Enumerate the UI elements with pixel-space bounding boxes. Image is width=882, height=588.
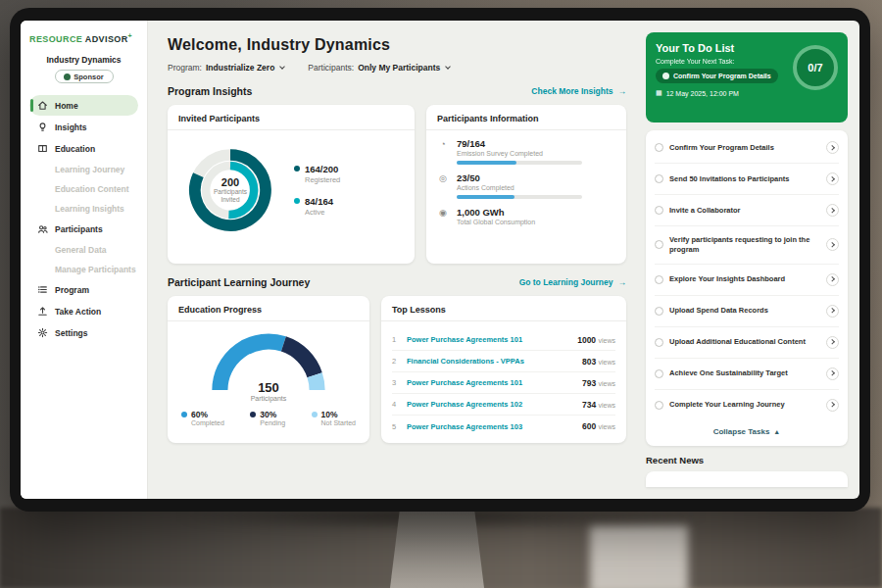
chevron-right-icon[interactable] bbox=[826, 141, 839, 154]
task-checkbox[interactable] bbox=[655, 307, 663, 316]
task-row[interactable]: Upload Additional Educational Content bbox=[655, 327, 839, 359]
sponsor-badge[interactable]: Sponsor bbox=[55, 70, 114, 83]
arrow-right-icon: → bbox=[618, 277, 627, 287]
section-title: Program Insights bbox=[168, 85, 252, 97]
lesson-row[interactable]: 3 Power Purchase Agreements 101 793 view… bbox=[392, 372, 615, 394]
task-checkbox[interactable] bbox=[655, 240, 663, 249]
sidebar-nav: Home Insights Education Learning Journey… bbox=[29, 95, 138, 343]
todo-panel: Your To Do List Complete Your Next Task:… bbox=[640, 21, 859, 499]
sidebar-item-participants[interactable]: Participants bbox=[29, 219, 138, 239]
survey-icon: ◔ bbox=[437, 139, 449, 149]
program-dropdown[interactable]: Program: Industrialize Zero bbox=[168, 63, 284, 73]
education-progress-gauge-chart: 150 Participants bbox=[208, 329, 329, 400]
chevron-right-icon[interactable] bbox=[826, 336, 839, 349]
lightbulb-icon bbox=[37, 122, 48, 132]
divider bbox=[381, 320, 626, 321]
legend-item-completed: 60% Completed bbox=[181, 410, 224, 426]
legend-dot bbox=[294, 198, 300, 204]
task-row[interactable]: Send 50 Invitations to Participants bbox=[655, 164, 839, 195]
task-row[interactable]: Upload Spend Data Records bbox=[655, 296, 839, 327]
org-name: Industry Dynamics bbox=[29, 55, 138, 65]
sidebar-item-learning-insights[interactable]: Learning Insights bbox=[29, 199, 138, 218]
chevron-right-icon[interactable] bbox=[826, 305, 839, 318]
sidebar-item-education[interactable]: Education bbox=[29, 138, 138, 159]
app-logo: RESOURCE ADVISOR+ bbox=[29, 32, 138, 44]
location-pin-icon: ◉ bbox=[437, 208, 449, 218]
sidebar-item-learning-journey[interactable]: Learning Journey bbox=[29, 160, 138, 178]
task-checkbox[interactable] bbox=[655, 275, 663, 284]
sidebar-item-insights[interactable]: Insights bbox=[29, 117, 138, 137]
task-checkbox[interactable] bbox=[655, 206, 663, 215]
sidebar-item-general-data[interactable]: General Data bbox=[29, 240, 138, 259]
progress-bar bbox=[457, 195, 582, 199]
sidebar-item-settings[interactable]: Settings bbox=[29, 322, 138, 343]
learning-cards-row: Education Progress 150 Participants bbox=[168, 296, 626, 443]
task-row[interactable]: Complete Your Learning Journey bbox=[655, 390, 839, 420]
chevron-right-icon[interactable] bbox=[826, 399, 839, 412]
stat-actions-completed: ◎ 23/50 Actions Completed bbox=[437, 172, 615, 199]
donut-center-label: Participants Invited bbox=[207, 188, 254, 204]
task-checkbox[interactable] bbox=[655, 174, 663, 183]
action-arrow-icon bbox=[37, 306, 48, 317]
home-icon bbox=[37, 100, 48, 111]
sidebar-item-home[interactable]: Home bbox=[29, 95, 138, 116]
todo-summary-card: Your To Do List Complete Your Next Task:… bbox=[646, 32, 848, 122]
chevron-right-icon[interactable] bbox=[826, 238, 839, 251]
task-row[interactable]: Achieve One Sustainability Target bbox=[655, 359, 839, 390]
task-checkbox[interactable] bbox=[655, 401, 663, 410]
participants-information-card: Participants Information ◔ 79/164 Emissi… bbox=[426, 105, 626, 264]
filters-row: Program: Industrialize Zero Participants… bbox=[168, 63, 626, 73]
chevron-right-icon[interactable] bbox=[826, 368, 839, 380]
lesson-row[interactable]: 2 Financial Considerations - VPPAs 803 v… bbox=[392, 351, 615, 372]
collapse-tasks-button[interactable]: Collapse Tasks ▲ bbox=[655, 420, 839, 444]
chevron-up-icon: ▲ bbox=[773, 428, 780, 435]
todo-tasks-card: Confirm Your Program Details Send 50 Inv… bbox=[646, 130, 848, 446]
task-status-icon bbox=[662, 73, 669, 79]
sponsor-icon bbox=[64, 74, 71, 80]
task-checkbox[interactable] bbox=[655, 143, 663, 152]
legend-item-pending: 30% Pending bbox=[250, 410, 285, 426]
legend-dot bbox=[294, 166, 300, 172]
chevron-right-icon[interactable] bbox=[826, 172, 839, 185]
lesson-row[interactable]: 1 Power Purchase Agreements 101 1000 vie… bbox=[392, 329, 615, 351]
lesson-row[interactable]: 5 Power Purchase Agreements 103 600 view… bbox=[392, 416, 615, 437]
task-checkbox[interactable] bbox=[655, 369, 663, 378]
progress-bar bbox=[457, 161, 582, 165]
task-row[interactable]: Confirm Your Program Details bbox=[655, 132, 839, 164]
sidebar-item-manage-participants[interactable]: Manage Participants bbox=[29, 260, 138, 278]
scene: RESOURCE ADVISOR+ Industry Dynamics Spon… bbox=[0, 0, 882, 588]
invited-participants-donut-chart: 200 Participants Invited bbox=[178, 138, 282, 242]
monitor-bezel: RESOURCE ADVISOR+ Industry Dynamics Spon… bbox=[10, 8, 870, 512]
sidebar-item-program[interactable]: Program bbox=[29, 279, 138, 300]
legend-dot bbox=[250, 412, 256, 417]
divider bbox=[426, 129, 626, 130]
legend-item-registered: 164/200 Registered bbox=[294, 164, 340, 184]
task-due-date: ▦ 12 May 2025, 12:00 PM bbox=[656, 89, 838, 97]
task-row[interactable]: Verify participants requesting to join t… bbox=[655, 226, 839, 265]
donut-legend: 164/200 Registered 84/164 Active bbox=[294, 164, 340, 217]
lesson-row[interactable]: 4 Power Purchase Agreements 102 734 view… bbox=[392, 394, 615, 416]
go-to-learning-journey-link[interactable]: Go to Learning Journey → bbox=[519, 277, 626, 287]
monitor-stand bbox=[390, 512, 484, 588]
top-lessons-card: Top Lessons 1 Power Purchase Agreements … bbox=[381, 296, 626, 443]
chevron-right-icon[interactable] bbox=[826, 273, 839, 286]
sidebar: RESOURCE ADVISOR+ Industry Dynamics Spon… bbox=[21, 21, 148, 499]
participants-dropdown[interactable]: Participants: Only My Participants bbox=[308, 63, 450, 73]
recent-news-card bbox=[646, 471, 848, 487]
gauge-legend: 60% Completed 30% Pending bbox=[178, 410, 359, 426]
chevron-right-icon[interactable] bbox=[826, 204, 839, 217]
dashboard-screen: RESOURCE ADVISOR+ Industry Dynamics Spon… bbox=[21, 21, 859, 499]
arrow-right-icon: → bbox=[618, 86, 627, 96]
main-content: Welcome, Industry Dynamics Program: Indu… bbox=[148, 21, 640, 499]
check-more-insights-link[interactable]: Check More Insights → bbox=[531, 86, 626, 96]
divider bbox=[168, 320, 369, 321]
next-task-pill[interactable]: Confirm Your Program Details bbox=[656, 69, 778, 83]
sidebar-item-take-action[interactable]: Take Action bbox=[29, 301, 138, 321]
task-checkbox[interactable] bbox=[655, 338, 663, 347]
legend-dot bbox=[181, 412, 187, 417]
task-row[interactable]: Invite a Collaborator bbox=[655, 195, 839, 226]
stat-global-consumption: ◉ 1,000 GWh Total Global Consumption bbox=[437, 207, 615, 225]
sidebar-item-education-content[interactable]: Education Content bbox=[29, 179, 138, 198]
gauge-center-value: 150 bbox=[208, 380, 329, 395]
task-row[interactable]: Explore Your Insights Dashboard bbox=[655, 265, 839, 296]
